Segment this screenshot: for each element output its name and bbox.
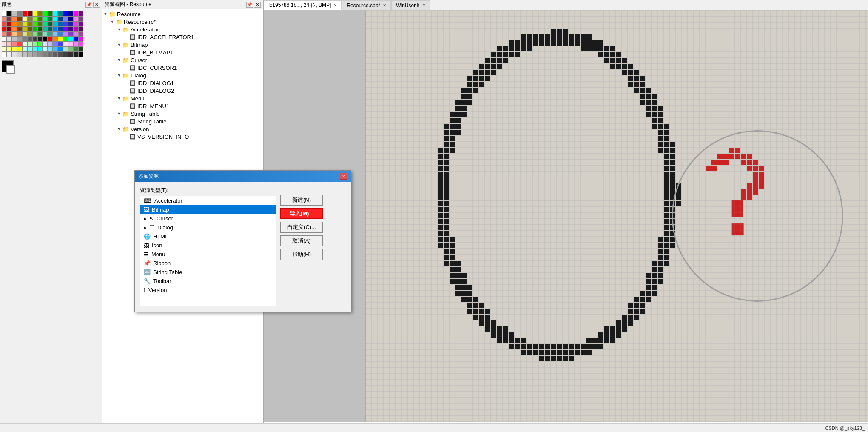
dialog-list-item[interactable]: 🖼Icon: [140, 241, 276, 250]
list-item-label: Bitmap: [152, 206, 169, 213]
list-item-icon: 🗔: [149, 224, 155, 231]
btn-help[interactable]: 帮助(H): [280, 249, 323, 260]
expand-icon: ▶: [144, 217, 147, 221]
list-item-label: Toolbar: [153, 278, 171, 284]
list-item-icon: 🖼: [144, 242, 149, 249]
list-item-icon: ☰: [144, 251, 149, 257]
dialog-list-item[interactable]: 🌐HTML: [140, 232, 276, 241]
dialog-list-item[interactable]: 🔤String Table: [140, 268, 276, 277]
btn-import[interactable]: 导入(M)...: [280, 208, 323, 219]
list-item-label: Dialog: [157, 224, 173, 231]
dialog-list-label: 资源类型(T):: [140, 187, 276, 194]
add-resource-dialog: 添加资源 ✕ 资源类型(T): ⌨Accelerator🖼Bitmap▶↖Cur…: [134, 170, 351, 312]
list-item-label: Ribbon: [153, 260, 171, 266]
dialog-titlebar: 添加资源 ✕: [135, 171, 351, 182]
list-item-icon: ⌨: [144, 197, 152, 204]
list-item-label: Menu: [151, 251, 165, 257]
list-item-icon: 🌐: [144, 233, 151, 240]
dialog-list-item[interactable]: 📌Ribbon: [140, 259, 276, 268]
list-item-icon: ↖: [149, 215, 154, 222]
dialog-list-item[interactable]: ⌨Accelerator: [140, 196, 276, 205]
list-item-label: HTML: [153, 233, 168, 240]
list-item-label: Cursor: [157, 215, 173, 222]
btn-custom[interactable]: 自定义(C)...: [280, 222, 323, 233]
list-item-icon: 🔤: [144, 269, 151, 275]
dialog-buttons-section: 新建(N)导入(M)...自定义(C)...取消(A)帮助(H): [280, 187, 323, 306]
expand-icon: ▶: [144, 226, 147, 230]
dialog-list-item[interactable]: ☰Menu: [140, 250, 276, 259]
dialog-resource-list[interactable]: ⌨Accelerator🖼Bitmap▶↖Cursor▶🗔Dialog🌐HTML…: [140, 196, 276, 306]
list-item-label: String Table: [153, 269, 182, 275]
dialog-list-section: 资源类型(T): ⌨Accelerator🖼Bitmap▶↖Cursor▶🗔Di…: [140, 187, 276, 306]
list-item-label: Icon: [152, 242, 162, 249]
list-item-icon: 📌: [144, 260, 151, 266]
dialog-list-item[interactable]: ℹVersion: [140, 286, 276, 295]
btn-cancel[interactable]: 取消(A): [280, 235, 323, 246]
list-item-icon: 🖼: [144, 206, 149, 213]
dialog-list-item[interactable]: 🔧Toolbar: [140, 277, 276, 286]
list-item-icon: ℹ: [144, 287, 146, 293]
dialog-list-item[interactable]: 🖼Bitmap: [140, 205, 276, 214]
btn-new[interactable]: 新建(N): [280, 195, 323, 206]
dialog-title: 添加资源: [138, 173, 159, 180]
dialog-list-item[interactable]: ▶🗔Dialog: [140, 223, 276, 232]
list-item-label: Accelerator: [154, 197, 182, 204]
list-item-icon: 🔧: [144, 278, 151, 284]
list-item-label: Version: [148, 287, 167, 293]
dialog-body: 资源类型(T): ⌨Accelerator🖼Bitmap▶↖Cursor▶🗔Di…: [135, 182, 351, 312]
dialog-close-button[interactable]: ✕: [340, 173, 347, 180]
dialog-list-item[interactable]: ▶↖Cursor: [140, 214, 276, 223]
dialog-overlay: 添加资源 ✕ 资源类型(T): ⌨Accelerator🖼Bitmap▶↖Cur…: [0, 0, 868, 432]
